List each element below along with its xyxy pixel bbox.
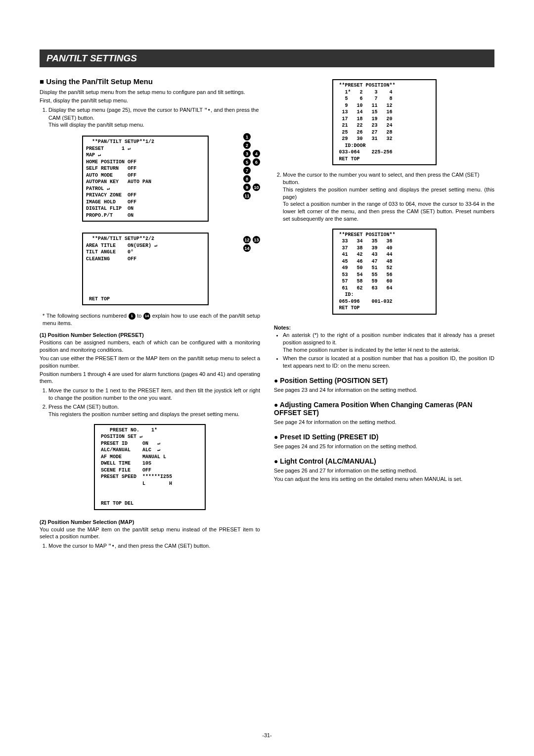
preset-position-menu-1: **PRESET POSITION** 1* 2 3 4 5 6 7 8 9 1… [332,79,437,165]
pan-tilt-menu-1-wrap: **PAN/TILT SETUP**1/2 PRESET 1 ↵ MAP ↵ H… [49,132,260,226]
right-column: **PRESET POSITION** 1* 2 3 4 5 6 7 8 9 1… [274,75,494,552]
callout-10: 10 [253,184,260,191]
intro-steps: Display the setup menu (page 25), move t… [40,106,260,129]
sec1-p3: Position numbers 1 through 4 are used fo… [40,371,260,385]
pan-tilt-menu-2: **PAN/TILT SETUP**2/2 AREA TITLE ON(USER… [82,233,209,305]
sec1-title: (1) Position Number Selection (PRESET) [40,332,260,338]
para-light-control: See pages 26 and 27 for information on t… [274,467,494,474]
pan-tilt-menu-1: **PAN/TILT SETUP**1/2 PRESET 1 ↵ MAP ↵ H… [82,136,209,222]
sec1-steps: Move the cursor to the 1 next to the PRE… [40,387,260,418]
menu-2-callouts: 1213 14 [243,229,260,252]
callout-6: 6 [253,158,260,166]
callout-ref-1: 1 [129,313,135,320]
section-banner: PAN/TILT SETTINGS [40,49,494,67]
callout-5: 5 [243,158,251,166]
heading-preset-id: Preset ID Setting (PRESET ID) [274,433,494,441]
left-column: Using the Pan/Tilt Setup Menu Display th… [40,75,260,552]
pointer-icon: "➧ [204,107,211,113]
pointer-icon: "➧ [108,543,115,549]
preset-menu-wrap: PRESET NO. 1* POSITION SET ↵ PRESET ID O… [40,420,260,514]
callout-3: 3 [243,150,251,157]
note-1b: The home position number is indicated by… [283,346,494,354]
sec2-title: (2) Position Number Selection (MAP) [40,519,260,525]
sec1-p1: Positions can be assigned numbers, each … [40,339,260,354]
callout-2: 2 [243,142,251,149]
heading-position-set: Position Setting (POSITION SET) [274,377,494,384]
sec1-step2b: This registers the position number setti… [48,411,260,418]
menu-1-callouts: 1 2 34 56 7 8 910 11 [243,132,260,200]
callout-14: 14 [243,244,251,252]
callout-footnote: * The following sections numbered 1 to 1… [43,312,260,327]
preset-menu: PRESET NO. 1* POSITION SET ↵ PRESET ID O… [94,424,206,510]
preset-position-1-wrap: **PRESET POSITION** 1* 2 3 4 5 6 7 8 9 1… [274,75,494,169]
page-number: -31- [0,732,534,738]
right-step2c: To select a position number in the range… [283,200,494,223]
step-1-note: This will display the pan/tilt setup men… [48,121,260,129]
sec1-step1: Move the cursor to the 1 next to the PRE… [48,387,260,402]
sec2-steps: Move the cursor to MAP "➧, and then pres… [40,542,260,550]
callout-ref-14: 14 [143,313,150,320]
right-step2: Move the cursor to the number you want t… [283,171,494,223]
para-preset-id: See pages 24 and 25 for information on t… [274,443,494,450]
preset-position-menu-2: **PRESET POSITION** 33 34 35 36 37 38 39… [332,229,437,315]
callout-9: 9 [243,184,251,191]
right-step2b: This registers the position number setti… [283,186,494,201]
sec1-step2: Press the CAM (SET) button. This registe… [48,403,260,418]
callout-1: 1 [243,133,251,141]
callout-8: 8 [243,175,251,183]
intro-para-2: First, display the pan/tilt setup menu. [40,97,260,104]
manual-page: PAN/TILT SETTINGS Using the Pan/Tilt Set… [0,0,534,756]
callout-12: 12 [243,236,251,243]
callout-4: 4 [253,150,260,157]
pan-tilt-menu-2-wrap: **PAN/TILT SETUP**2/2 AREA TITLE ON(USER… [49,229,260,309]
sec2-p1: You could use the MAP item on the pan/ti… [40,526,260,541]
sec1-p2: You can use either the PRESET item or th… [40,355,260,370]
right-steps: Move the cursor to the number you want t… [274,171,494,223]
notes-heading: Notes: [274,325,494,331]
para-light-control-2: You can adjust the lens iris setting on … [274,475,494,483]
sec2-step1: Move the cursor to MAP "➧, and then pres… [48,542,260,550]
callout-7: 7 [243,167,251,174]
callout-11: 11 [243,192,251,199]
note-2: When the cursor is located at a position… [283,355,494,370]
note-1: An asterisk (*) to the right of a positi… [283,331,494,354]
intro-para-1: Display the pan/tilt setup menu from the… [40,89,260,96]
heading-pan-offset: Adjusting Camera Position When Changing … [274,401,494,417]
callout-13: 13 [253,236,260,243]
step-1: Display the setup menu (page 25), move t… [48,106,260,129]
heading-using-menu: Using the Pan/Tilt Setup Menu [40,77,260,86]
notes-list: An asterisk (*) to the right of a positi… [274,331,494,370]
para-position-set: See pages 23 and 24 for information on t… [274,386,494,394]
two-column-layout: Using the Pan/Tilt Setup Menu Display th… [40,75,494,552]
preset-position-2-wrap: **PRESET POSITION** 33 34 35 36 37 38 39… [274,225,494,319]
heading-light-control: Light Control (ALC/MANUAL) [274,457,494,465]
para-pan-offset: See page 24 for information on the setti… [274,419,494,426]
